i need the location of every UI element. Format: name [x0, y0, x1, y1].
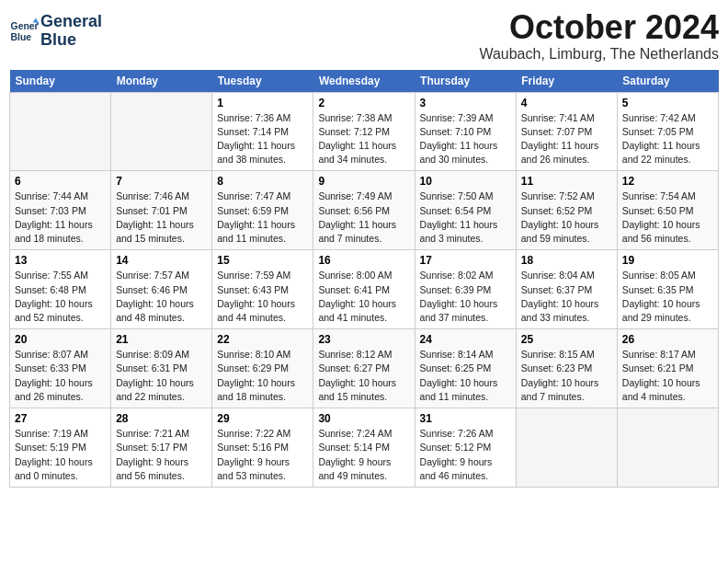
day-number: 4	[521, 97, 612, 109]
day-number: 9	[318, 175, 409, 188]
day-info: Sunrise: 7:47 AM Sunset: 6:59 PM Dayligh…	[217, 190, 308, 246]
weekday-header: Thursday	[415, 70, 516, 93]
calendar-cell: 15Sunrise: 7:59 AM Sunset: 6:43 PM Dayli…	[212, 250, 313, 329]
day-info: Sunrise: 7:59 AM Sunset: 6:43 PM Dayligh…	[217, 269, 308, 325]
logo-text: General Blue	[40, 13, 102, 50]
calendar-cell: 24Sunrise: 8:14 AM Sunset: 6:25 PM Dayli…	[415, 329, 516, 408]
day-info: Sunrise: 7:26 AM Sunset: 5:12 PM Dayligh…	[420, 427, 511, 483]
calendar-week-row: 27Sunrise: 7:19 AM Sunset: 5:19 PM Dayli…	[10, 408, 719, 488]
day-number: 24	[420, 333, 511, 346]
day-info: Sunrise: 8:02 AM Sunset: 6:39 PM Dayligh…	[420, 269, 511, 325]
day-number: 15	[217, 254, 308, 267]
calendar-cell: 27Sunrise: 7:19 AM Sunset: 5:19 PM Dayli…	[10, 408, 111, 488]
day-number: 30	[318, 412, 409, 425]
day-number: 2	[318, 97, 409, 109]
day-number: 3	[420, 97, 511, 109]
month-title: October 2024	[479, 9, 719, 46]
calendar-week-row: 13Sunrise: 7:55 AM Sunset: 6:48 PM Dayli…	[10, 250, 719, 329]
day-number: 23	[318, 333, 409, 346]
calendar-cell: 30Sunrise: 7:24 AM Sunset: 5:14 PM Dayli…	[313, 408, 415, 488]
day-number: 1	[217, 97, 308, 109]
calendar-cell: 2Sunrise: 7:38 AM Sunset: 7:12 PM Daylig…	[313, 92, 415, 171]
calendar-cell: 23Sunrise: 8:12 AM Sunset: 6:27 PM Dayli…	[313, 329, 415, 408]
calendar-cell: 1Sunrise: 7:36 AM Sunset: 7:14 PM Daylig…	[212, 92, 313, 171]
calendar-cell	[10, 92, 111, 171]
weekday-header: Friday	[516, 70, 617, 93]
day-number: 5	[622, 97, 713, 109]
calendar-cell: 25Sunrise: 8:15 AM Sunset: 6:23 PM Dayli…	[516, 329, 617, 408]
calendar-cell: 13Sunrise: 7:55 AM Sunset: 6:48 PM Dayli…	[10, 250, 111, 329]
logo-icon: General Blue	[9, 17, 39, 46]
day-number: 29	[217, 412, 308, 425]
svg-text:Blue: Blue	[11, 31, 32, 41]
location-title: Waubach, Limburg, The Netherlands	[479, 46, 719, 63]
day-info: Sunrise: 8:15 AM Sunset: 6:23 PM Dayligh…	[521, 348, 612, 404]
day-info: Sunrise: 7:46 AM Sunset: 7:01 PM Dayligh…	[116, 190, 207, 246]
weekday-header: Monday	[111, 70, 212, 93]
day-number: 28	[116, 412, 207, 425]
day-number: 21	[116, 333, 207, 346]
calendar-cell: 7Sunrise: 7:46 AM Sunset: 7:01 PM Daylig…	[111, 171, 212, 250]
calendar-week-row: 6Sunrise: 7:44 AM Sunset: 7:03 PM Daylig…	[10, 171, 719, 250]
day-info: Sunrise: 7:19 AM Sunset: 5:19 PM Dayligh…	[15, 427, 106, 483]
page-header: General Blue General Blue October 2024 W…	[9, 9, 719, 63]
logo: General Blue General Blue	[9, 13, 102, 50]
calendar-cell: 3Sunrise: 7:39 AM Sunset: 7:10 PM Daylig…	[415, 92, 516, 171]
day-number: 17	[420, 254, 511, 267]
day-info: Sunrise: 7:38 AM Sunset: 7:12 PM Dayligh…	[318, 111, 409, 167]
weekday-header-row: SundayMondayTuesdayWednesdayThursdayFrid…	[10, 70, 719, 93]
day-number: 18	[521, 254, 612, 267]
day-info: Sunrise: 7:36 AM Sunset: 7:14 PM Dayligh…	[217, 111, 308, 167]
day-info: Sunrise: 7:57 AM Sunset: 6:46 PM Dayligh…	[116, 269, 207, 325]
weekday-header: Sunday	[10, 70, 111, 93]
day-info: Sunrise: 8:12 AM Sunset: 6:27 PM Dayligh…	[318, 348, 409, 404]
calendar-cell: 19Sunrise: 8:05 AM Sunset: 6:35 PM Dayli…	[617, 250, 718, 329]
calendar-cell: 17Sunrise: 8:02 AM Sunset: 6:39 PM Dayli…	[415, 250, 516, 329]
day-number: 12	[622, 175, 713, 188]
calendar-cell: 31Sunrise: 7:26 AM Sunset: 5:12 PM Dayli…	[415, 408, 516, 488]
day-info: Sunrise: 8:00 AM Sunset: 6:41 PM Dayligh…	[318, 269, 409, 325]
weekday-header: Wednesday	[313, 70, 415, 93]
calendar-cell: 12Sunrise: 7:54 AM Sunset: 6:50 PM Dayli…	[617, 171, 718, 250]
svg-text:General: General	[11, 21, 39, 31]
weekday-header: Tuesday	[212, 70, 313, 93]
calendar-cell	[111, 92, 212, 171]
calendar-cell: 14Sunrise: 7:57 AM Sunset: 6:46 PM Dayli…	[111, 250, 212, 329]
day-number: 10	[420, 175, 511, 188]
calendar-cell: 8Sunrise: 7:47 AM Sunset: 6:59 PM Daylig…	[212, 171, 313, 250]
calendar-cell: 21Sunrise: 8:09 AM Sunset: 6:31 PM Dayli…	[111, 329, 212, 408]
calendar-cell: 5Sunrise: 7:42 AM Sunset: 7:05 PM Daylig…	[617, 92, 718, 171]
day-info: Sunrise: 8:04 AM Sunset: 6:37 PM Dayligh…	[521, 269, 612, 325]
calendar-week-row: 20Sunrise: 8:07 AM Sunset: 6:33 PM Dayli…	[10, 329, 719, 408]
day-number: 6	[15, 175, 106, 188]
day-number: 22	[217, 333, 308, 346]
day-info: Sunrise: 7:52 AM Sunset: 6:52 PM Dayligh…	[521, 190, 612, 246]
calendar-cell: 18Sunrise: 8:04 AM Sunset: 6:37 PM Dayli…	[516, 250, 617, 329]
calendar-cell: 10Sunrise: 7:50 AM Sunset: 6:54 PM Dayli…	[415, 171, 516, 250]
day-number: 16	[318, 254, 409, 267]
calendar-cell: 26Sunrise: 8:17 AM Sunset: 6:21 PM Dayli…	[617, 329, 718, 408]
day-info: Sunrise: 7:21 AM Sunset: 5:17 PM Dayligh…	[116, 427, 207, 483]
day-number: 11	[521, 175, 612, 188]
calendar-cell	[617, 408, 718, 488]
day-number: 31	[420, 412, 511, 425]
day-info: Sunrise: 7:24 AM Sunset: 5:14 PM Dayligh…	[318, 427, 409, 483]
day-info: Sunrise: 7:41 AM Sunset: 7:07 PM Dayligh…	[521, 111, 612, 167]
day-info: Sunrise: 7:49 AM Sunset: 6:56 PM Dayligh…	[318, 190, 409, 246]
day-info: Sunrise: 8:09 AM Sunset: 6:31 PM Dayligh…	[116, 348, 207, 404]
day-info: Sunrise: 7:50 AM Sunset: 6:54 PM Dayligh…	[420, 190, 511, 246]
calendar-cell: 20Sunrise: 8:07 AM Sunset: 6:33 PM Dayli…	[10, 329, 111, 408]
day-number: 27	[15, 412, 106, 425]
day-number: 8	[217, 175, 308, 188]
day-number: 26	[622, 333, 713, 346]
day-info: Sunrise: 7:39 AM Sunset: 7:10 PM Dayligh…	[420, 111, 511, 167]
calendar-cell: 28Sunrise: 7:21 AM Sunset: 5:17 PM Dayli…	[111, 408, 212, 488]
day-info: Sunrise: 8:17 AM Sunset: 6:21 PM Dayligh…	[622, 348, 713, 404]
calendar-cell: 16Sunrise: 8:00 AM Sunset: 6:41 PM Dayli…	[313, 250, 415, 329]
day-info: Sunrise: 7:44 AM Sunset: 7:03 PM Dayligh…	[15, 190, 106, 246]
day-info: Sunrise: 7:54 AM Sunset: 6:50 PM Dayligh…	[622, 190, 713, 246]
day-number: 7	[116, 175, 207, 188]
day-number: 25	[521, 333, 612, 346]
weekday-header: Saturday	[617, 70, 718, 93]
calendar-cell: 29Sunrise: 7:22 AM Sunset: 5:16 PM Dayli…	[212, 408, 313, 488]
